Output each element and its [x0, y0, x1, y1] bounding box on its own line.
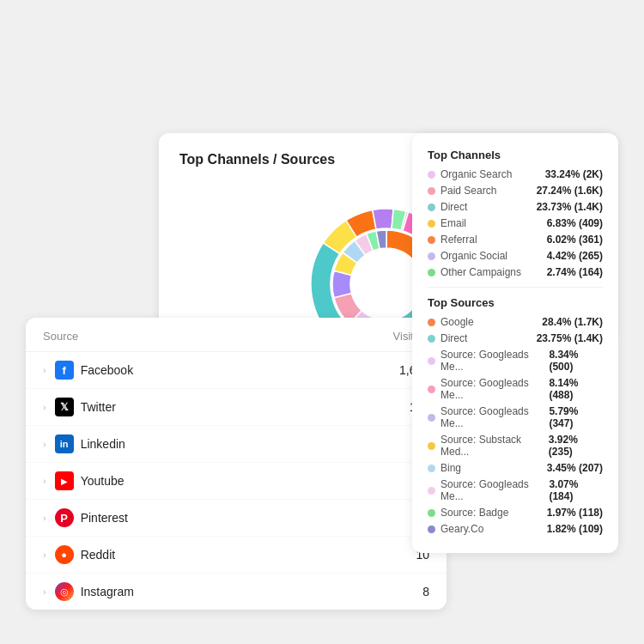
table-row[interactable]: › 𝕏 Twitter 193 — [26, 389, 447, 426]
table-row[interactable]: › ◎ Instagram 8 — [26, 574, 447, 610]
source-dot — [428, 465, 435, 472]
chevron-right-icon: › — [43, 439, 46, 449]
chevron-right-icon: › — [43, 365, 46, 375]
channel-dot — [428, 252, 435, 260]
source-dot — [428, 526, 435, 533]
source-icon-facebook: f — [55, 361, 74, 380]
source-left: › in Linkedin — [43, 434, 125, 453]
channel-name: Organic Search — [440, 168, 512, 180]
channel-dot — [428, 269, 435, 276]
channel-row: Other Campaigns 2.74% (164) — [428, 266, 603, 278]
channel-name: Other Campaigns — [440, 266, 521, 278]
source-left: Source: Googleads Me... — [428, 405, 549, 429]
channel-dot — [428, 187, 435, 195]
sources-list: Google 28.4% (1.7K) Direct 23.75% (1.4K)… — [428, 316, 603, 535]
source-left: Source: Badge — [428, 507, 508, 519]
channel-row: Organic Search 33.24% (2K) — [428, 168, 603, 180]
source-left: Source: Googleads Me... — [428, 478, 549, 502]
sources-card: Source Visitors › f Facebook 1,655 › 𝕏 T… — [26, 318, 447, 610]
channel-name: Referral — [440, 234, 477, 246]
channel-row: Email 6.83% (409) — [428, 217, 603, 229]
source-channel-row: Source: Googleads Me... 3.07% (184) — [428, 478, 603, 502]
channel-dot — [428, 220, 435, 228]
source-visitors-count: 8 — [422, 585, 429, 598]
channel-value: 27.24% (1.6K) — [537, 185, 603, 197]
source-name: Source: Substack Med... — [440, 434, 549, 458]
source-dot — [428, 509, 435, 517]
source-value: 23.75% (1.4K) — [537, 332, 603, 344]
source-name: Google — [440, 316, 474, 328]
table-row[interactable]: › ● Reddit 10 — [26, 537, 447, 574]
page-wrapper: Top Channels / Sources Overview | By Cha… — [0, 0, 644, 644]
source-name-label: Reddit — [81, 548, 115, 562]
source-left: Google — [428, 316, 474, 328]
source-value: 5.79% (347) — [549, 405, 603, 429]
source-left: › f Facebook — [43, 361, 133, 380]
channel-name: Direct — [440, 201, 467, 213]
channel-left: Direct — [428, 201, 467, 213]
source-name: Source: Badge — [440, 507, 508, 519]
source-icon-instagram: ◎ — [55, 582, 74, 601]
source-left: › ● Reddit — [43, 545, 115, 564]
sources-table-rows: › f Facebook 1,655 › 𝕏 Twitter 193 › in … — [26, 352, 447, 610]
source-value: 1.97% (118) — [547, 507, 603, 519]
channel-value: 33.24% (2K) — [545, 168, 603, 180]
source-left: Bing — [428, 462, 461, 474]
channel-left: Organic Search — [428, 168, 512, 180]
channel-value: 4.42% (265) — [547, 250, 603, 262]
chevron-right-icon: › — [43, 476, 46, 486]
channel-value: 23.73% (1.4K) — [537, 201, 603, 213]
channel-dot — [428, 171, 435, 179]
channel-value: 2.74% (164) — [547, 266, 603, 278]
channels-list: Organic Search 33.24% (2K) Paid Search 2… — [428, 168, 603, 278]
channel-row: Paid Search 27.24% (1.6K) — [428, 185, 603, 197]
svg-point-0 — [354, 252, 419, 317]
table-row[interactable]: › P Pinterest 11 — [26, 500, 447, 537]
channel-value: 6.83% (409) — [547, 217, 603, 229]
source-dot — [428, 414, 435, 422]
source-channel-row: Direct 23.75% (1.4K) — [428, 332, 603, 344]
source-value: 28.4% (1.7K) — [542, 316, 603, 328]
source-channel-row: Bing 3.45% (207) — [428, 462, 603, 474]
channel-left: Paid Search — [428, 185, 496, 197]
channel-left: Other Campaigns — [428, 266, 521, 278]
chevron-right-icon: › — [43, 513, 46, 523]
channel-left: Email — [428, 217, 466, 229]
source-channel-row: Source: Googleads Me... 5.79% (347) — [428, 405, 603, 429]
source-icon-youtube: ▶ — [55, 471, 74, 490]
top-sources-title: Top Sources — [428, 296, 603, 309]
source-left: › P Pinterest — [43, 508, 128, 527]
source-name-label: Twitter — [81, 400, 116, 414]
source-name-label: Facebook — [81, 363, 133, 377]
source-name: Source: Googleads Me... — [440, 478, 549, 502]
channel-left: Organic Social — [428, 250, 507, 262]
channel-left: Referral — [428, 234, 477, 246]
source-left: › ▶ Youtube — [43, 471, 125, 490]
source-channel-row: Source: Googleads Me... 8.34% (500) — [428, 349, 603, 373]
channel-dot — [428, 204, 435, 211]
source-left: Source: Substack Med... — [428, 434, 549, 458]
sources-table-header: Source Visitors — [26, 318, 447, 352]
source-value: 8.14% (488) — [549, 377, 603, 401]
source-left: Geary.Co — [428, 523, 483, 535]
source-dot — [428, 442, 435, 450]
table-row[interactable]: › ▶ Youtube 29 — [26, 463, 447, 500]
table-row[interactable]: › f Facebook 1,655 — [26, 352, 447, 389]
source-value: 3.07% (184) — [549, 478, 603, 502]
channels-card: Top Channels Organic Search 33.24% (2K) … — [412, 133, 618, 553]
source-name: Bing — [440, 462, 461, 474]
source-name: Source: Googleads Me... — [440, 349, 549, 373]
chevron-right-icon: › — [43, 402, 46, 412]
source-value: 3.92% (235) — [549, 434, 603, 458]
channel-row: Referral 6.02% (361) — [428, 234, 603, 246]
channel-dot — [428, 236, 435, 244]
source-channel-row: Google 28.4% (1.7K) — [428, 316, 603, 328]
source-left: Source: Googleads Me... — [428, 377, 549, 401]
source-name-label: Instagram — [81, 585, 134, 598]
source-dot — [428, 335, 435, 343]
table-row[interactable]: › in Linkedin 87 — [26, 426, 447, 463]
source-left: Source: Googleads Me... — [428, 349, 549, 373]
source-name: Geary.Co — [440, 523, 483, 535]
source-name: Source: Googleads Me... — [440, 377, 549, 401]
source-dot — [428, 357, 435, 365]
